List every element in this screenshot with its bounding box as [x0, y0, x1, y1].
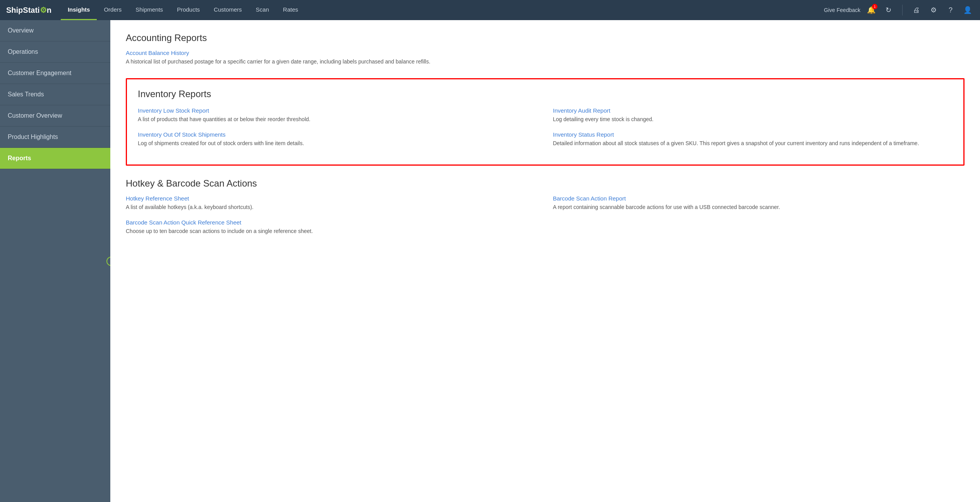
refresh-button[interactable]: ↻ [882, 4, 894, 16]
inventory-audit-desc: Log detailing every time stock is change… [553, 115, 953, 123]
sidebar-item-label-customer-engagement: Customer Engagement [8, 70, 72, 77]
sidebar-item-label-sales-trends: Sales Trends [8, 91, 44, 98]
accounting-reports-section: Accounting Reports Account Balance Histo… [126, 33, 965, 66]
sidebar-item-label-reports: Reports [8, 155, 31, 162]
inventory-audit-link[interactable]: Inventory Audit Report [553, 107, 953, 114]
hotkey-col-right: Barcode Scan Action Report A report cont… [553, 195, 965, 243]
nav-menu: Insights Orders Shipments Products Custo… [61, 0, 824, 20]
barcode-quick-reference-desc: Choose up to ten barcode scan actions to… [126, 227, 538, 235]
sidebar-item-overview[interactable]: Overview [0, 20, 110, 41]
accounting-reports-title: Accounting Reports [126, 33, 965, 43]
inventory-reports-grid: Inventory Low Stock Report A list of pro… [138, 107, 953, 155]
barcode-scan-action-desc: A report containing scannable barcode ac… [553, 203, 965, 211]
hotkey-barcode-section: Hotkey & Barcode Scan Actions Hotkey Ref… [126, 178, 965, 243]
help-button[interactable]: ? [944, 4, 957, 16]
hotkey-barcode-title: Hotkey & Barcode Scan Actions [126, 178, 965, 189]
nav-item-products[interactable]: Products [170, 0, 207, 20]
notification-badge: 1 [872, 4, 877, 9]
nav-item-scan[interactable]: Scan [249, 0, 276, 20]
sidebar-item-customer-overview[interactable]: Customer Overview [0, 105, 110, 127]
account-balance-history-desc: A historical list of purchased postage f… [126, 58, 965, 66]
inventory-status-link[interactable]: Inventory Status Report [553, 131, 953, 138]
print-button[interactable]: 🖨 [910, 4, 923, 16]
inventory-low-stock-block: Inventory Low Stock Report A list of pro… [138, 107, 538, 123]
nav-item-shipments[interactable]: Shipments [128, 0, 170, 20]
inventory-out-of-stock-desc: Log of shipments created for out of stoc… [138, 139, 538, 147]
sidebar-item-label-operations: Operations [8, 48, 38, 55]
inventory-reports-col-right: Inventory Audit Report Log detailing eve… [553, 107, 953, 155]
account-balance-history-block: Account Balance History A historical lis… [126, 50, 965, 66]
inventory-reports-section: Inventory Reports Inventory Low Stock Re… [126, 78, 965, 166]
hotkey-barcode-grid: Hotkey Reference Sheet A list of availab… [126, 195, 965, 243]
inventory-status-desc: Detailed information about all stock sta… [553, 139, 953, 147]
nav-item-customers[interactable]: Customers [207, 0, 249, 20]
sidebar: Overview Operations Customer Engagement … [0, 20, 110, 502]
nav-item-insights[interactable]: Insights [61, 0, 97, 20]
account-button[interactable]: 👤 [961, 4, 974, 16]
barcode-quick-reference-block: Barcode Scan Action Quick Reference Shee… [126, 219, 538, 235]
app-logo[interactable]: ShipStati⚙n [6, 5, 51, 15]
notifications-button[interactable]: 🔔 1 [865, 4, 877, 16]
sidebar-item-product-highlights[interactable]: Product Highlights [0, 127, 110, 148]
inventory-reports-col-left: Inventory Low Stock Report A list of pro… [138, 107, 538, 155]
sidebar-item-operations[interactable]: Operations [0, 41, 110, 63]
hotkey-col-left: Hotkey Reference Sheet A list of availab… [126, 195, 538, 243]
sidebar-collapse-button[interactable]: ‹ [106, 257, 110, 266]
sidebar-item-sales-trends[interactable]: Sales Trends [0, 84, 110, 105]
inventory-audit-block: Inventory Audit Report Log detailing eve… [553, 107, 953, 123]
inventory-low-stock-desc: A list of products that have quantities … [138, 115, 538, 123]
inventory-out-of-stock-block: Inventory Out Of Stock Shipments Log of … [138, 131, 538, 147]
inventory-status-block: Inventory Status Report Detailed informa… [553, 131, 953, 147]
settings-button[interactable]: ⚙ [927, 4, 940, 16]
account-balance-history-link[interactable]: Account Balance History [126, 50, 965, 56]
barcode-quick-reference-link[interactable]: Barcode Scan Action Quick Reference Shee… [126, 219, 538, 226]
sidebar-item-reports[interactable]: Reports [0, 148, 110, 169]
inventory-low-stock-link[interactable]: Inventory Low Stock Report [138, 107, 538, 114]
logo-gear-icon: ⚙ [40, 6, 47, 14]
nav-item-orders[interactable]: Orders [97, 0, 128, 20]
give-feedback-button[interactable]: Give Feedback [824, 7, 860, 13]
top-navigation: ShipStati⚙n Insights Orders Shipments Pr… [0, 0, 980, 20]
inventory-out-of-stock-link[interactable]: Inventory Out Of Stock Shipments [138, 131, 538, 138]
nav-divider [902, 5, 903, 15]
sidebar-item-label-overview: Overview [8, 27, 34, 34]
app-body: Overview Operations Customer Engagement … [0, 20, 980, 502]
barcode-scan-action-link[interactable]: Barcode Scan Action Report [553, 195, 965, 202]
sidebar-item-label-product-highlights: Product Highlights [8, 134, 58, 140]
main-content: Accounting Reports Account Balance Histo… [110, 20, 980, 502]
inventory-reports-title: Inventory Reports [138, 89, 953, 99]
hotkey-reference-block: Hotkey Reference Sheet A list of availab… [126, 195, 538, 211]
hotkey-reference-desc: A list of available hotkeys (a.k.a. keyb… [126, 203, 538, 211]
sidebar-item-label-customer-overview: Customer Overview [8, 112, 62, 119]
nav-right-actions: Give Feedback 🔔 1 ↻ 🖨 ⚙ ? 👤 [824, 4, 974, 16]
nav-item-rates[interactable]: Rates [276, 0, 305, 20]
barcode-scan-action-block: Barcode Scan Action Report A report cont… [553, 195, 965, 211]
hotkey-reference-link[interactable]: Hotkey Reference Sheet [126, 195, 538, 202]
sidebar-item-customer-engagement[interactable]: Customer Engagement [0, 63, 110, 84]
